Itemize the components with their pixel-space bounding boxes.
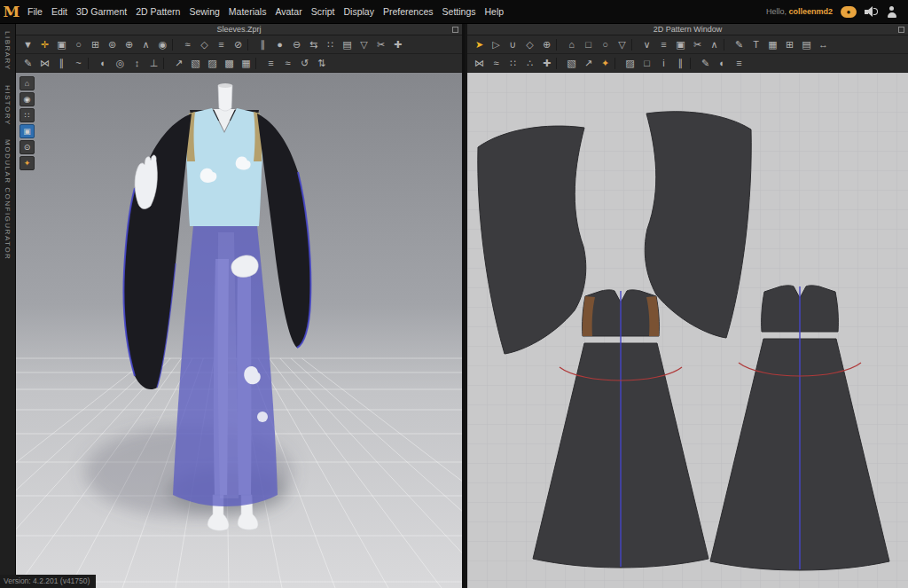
- select-mesh-box-icon[interactable]: ▣: [53, 36, 70, 53]
- show-gizmo-icon[interactable]: ✦: [20, 156, 35, 170]
- app-logo[interactable]: M: [0, 0, 23, 24]
- select-mesh-lasso-icon[interactable]: ○: [70, 36, 87, 53]
- show-grid-icon[interactable]: ▦: [764, 36, 781, 53]
- user-account-icon[interactable]: [886, 6, 897, 18]
- colorway-icon[interactable]: ◐: [714, 55, 731, 72]
- baseline-icon[interactable]: ✦: [597, 55, 614, 72]
- show-garment-icon[interactable]: ▣: [20, 124, 35, 138]
- 3d-viewport[interactable]: ⌂◉∷▣⊙✦: [16, 73, 462, 588]
- comment-icon[interactable]: ✎: [697, 55, 714, 72]
- segment-sewing-3d-icon[interactable]: ∥: [53, 55, 70, 72]
- trace-icon[interactable]: ▣: [672, 36, 689, 53]
- menu-item[interactable]: File: [23, 0, 47, 24]
- zipper-icon[interactable]: ∥: [254, 36, 271, 53]
- segment-sewing-icon[interactable]: ⋈: [471, 55, 488, 72]
- topstitch-icon[interactable]: ∷: [322, 36, 339, 53]
- menu-item[interactable]: Preferences: [379, 0, 438, 24]
- ruler-icon[interactable]: ≡: [731, 55, 748, 72]
- wind-icon[interactable]: ≈: [279, 55, 296, 72]
- dock-tab[interactable]: MODULAR CONFIGURATOR: [4, 139, 12, 260]
- texture-editor-icon[interactable]: ▨: [622, 55, 638, 72]
- rectangle-icon[interactable]: □: [580, 36, 597, 53]
- fasten-buttons-icon[interactable]: ⇆: [305, 36, 322, 53]
- volume-icon[interactable]: [865, 6, 878, 18]
- mn-segment-sewing-icon[interactable]: ∷: [505, 55, 521, 72]
- menu-item[interactable]: 3D Garment: [72, 0, 131, 24]
- 2d-window-titlebar[interactable]: 2D Pattern Window: [467, 24, 908, 35]
- mn-free-sewing-icon[interactable]: ∴: [521, 55, 538, 72]
- seam-allowance-icon[interactable]: ≡: [655, 36, 672, 53]
- username[interactable]: colleenmd2: [788, 7, 833, 16]
- sync-simulation-icon[interactable]: ⇅: [313, 55, 330, 72]
- notch-icon[interactable]: ∨: [638, 36, 655, 53]
- pinch-icon[interactable]: ∧: [137, 36, 154, 53]
- steam-brush-icon[interactable]: ≡: [262, 55, 279, 72]
- membership-badge-icon[interactable]: ●: [841, 6, 857, 18]
- edit-sewing-icon[interactable]: ✚: [538, 55, 555, 72]
- simulate-icon[interactable]: ▼: [20, 36, 36, 53]
- menu-item[interactable]: Sewing: [184, 0, 223, 24]
- dart-icon[interactable]: ▽: [614, 36, 630, 53]
- menu-item[interactable]: Settings: [438, 0, 481, 24]
- tack-on-avatar-icon[interactable]: ◉: [154, 36, 171, 53]
- show-avatar-icon[interactable]: ◉: [20, 92, 35, 106]
- 2d-viewport[interactable]: [467, 73, 908, 588]
- layout-icon[interactable]: ▤: [798, 36, 815, 53]
- edit-sewing-3d-icon[interactable]: ⋈: [36, 55, 53, 72]
- add-point-icon[interactable]: ⊕: [538, 36, 555, 53]
- tuck-icon[interactable]: ▧: [563, 55, 580, 72]
- length-tape-icon[interactable]: ↕: [129, 55, 145, 72]
- grain-line-icon[interactable]: ↗: [170, 55, 187, 72]
- attach-pins-icon[interactable]: ⊕: [121, 36, 137, 53]
- menu-item[interactable]: Edit: [47, 0, 72, 24]
- unfold-icon[interactable]: ↔: [815, 36, 832, 53]
- menu-item[interactable]: Avatar: [270, 0, 306, 24]
- buttonhole-icon[interactable]: ⊖: [288, 36, 305, 53]
- safety-pin-icon[interactable]: ⊘: [230, 36, 247, 53]
- show-arrangement-points-icon[interactable]: ∷: [20, 108, 35, 122]
- information-icon[interactable]: i: [655, 55, 672, 72]
- select-move-icon[interactable]: ✛: [36, 36, 53, 53]
- guides-icon[interactable]: ∥: [672, 55, 689, 72]
- transform-pattern-icon[interactable]: ➤: [471, 36, 488, 53]
- pressure-map-icon[interactable]: ▦: [238, 55, 254, 72]
- circumference-tape-icon[interactable]: ◎: [112, 55, 129, 72]
- snap-icon[interactable]: ⊞: [781, 36, 798, 53]
- polygon-icon[interactable]: ⌂: [563, 36, 580, 53]
- wind-controller-icon[interactable]: ≡: [213, 36, 230, 53]
- fold-arrangement-icon[interactable]: ◇: [196, 36, 213, 53]
- sewing-tape-icon[interactable]: ≈: [179, 36, 196, 53]
- undock-icon[interactable]: [898, 27, 904, 33]
- pattern-label-icon[interactable]: T: [748, 36, 764, 53]
- undock-icon[interactable]: [452, 27, 458, 33]
- edit-pattern-icon[interactable]: ▷: [488, 36, 505, 53]
- print-layout-icon[interactable]: □: [638, 55, 655, 72]
- circle-icon[interactable]: ○: [597, 36, 614, 53]
- button-icon[interactable]: ●: [271, 36, 288, 53]
- menu-item[interactable]: Script: [307, 0, 340, 24]
- pin-box-icon[interactable]: ⊞: [87, 36, 104, 53]
- dock-tab[interactable]: HISTORY: [4, 85, 12, 126]
- edit-curve-point-icon[interactable]: ◇: [521, 36, 538, 53]
- menu-item[interactable]: Help: [481, 0, 509, 24]
- cut-and-sew-icon[interactable]: ✂: [689, 36, 706, 53]
- grainline-2d-icon[interactable]: ↗: [580, 55, 597, 72]
- edit-texture-icon[interactable]: ✎: [20, 55, 36, 72]
- grab-mesh-icon[interactable]: ✚: [389, 36, 406, 53]
- dock-tab[interactable]: LIBRARY: [4, 31, 12, 71]
- pin-lasso-icon[interactable]: ⊚: [104, 36, 121, 53]
- show-pins-icon[interactable]: ⊙: [20, 140, 35, 154]
- free-sewing-3d-icon[interactable]: ~: [70, 55, 87, 72]
- reset-camera-icon[interactable]: ⌂: [20, 76, 35, 90]
- puckering-icon[interactable]: ▤: [339, 36, 356, 53]
- annotation-icon[interactable]: ✎: [731, 36, 748, 53]
- 3d-window-titlebar[interactable]: Sleeves.Zprj: [16, 24, 462, 35]
- stress-map-icon[interactable]: ▧: [187, 55, 204, 72]
- fitting-map-icon[interactable]: ▩: [221, 55, 238, 72]
- measure-icon[interactable]: ⊥: [145, 55, 162, 72]
- avatar-tape-icon[interactable]: ◐: [95, 55, 112, 72]
- menu-item[interactable]: Materials: [224, 0, 271, 24]
- free-sewing-icon[interactable]: ≈: [488, 55, 505, 72]
- scissors-icon[interactable]: ✂: [372, 36, 389, 53]
- edit-curvature-icon[interactable]: ∪: [505, 36, 521, 53]
